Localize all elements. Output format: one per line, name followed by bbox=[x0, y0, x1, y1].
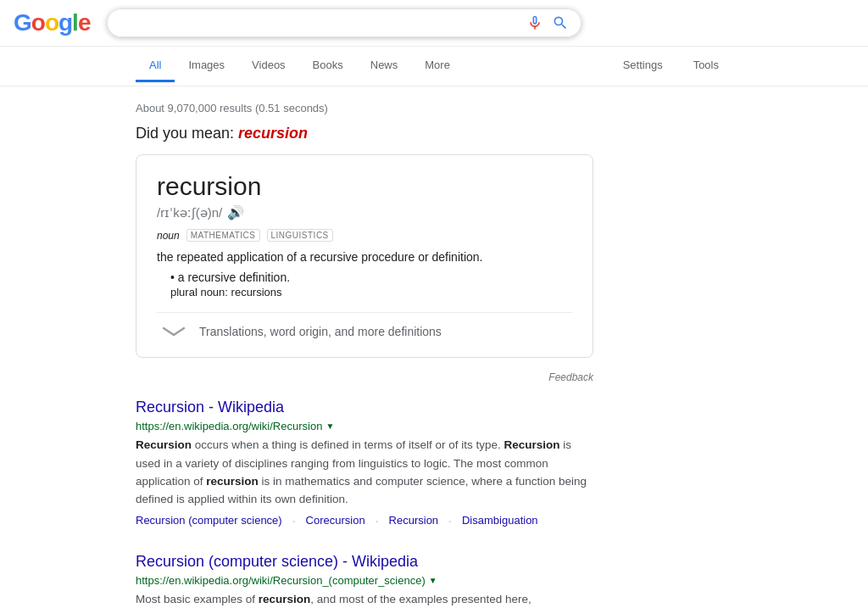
result-0-title: Recursion - Wikipedia bbox=[136, 397, 593, 418]
result-1-title: Recursion (computer science) - Wikipedia bbox=[136, 551, 593, 572]
dict-pos: noun bbox=[157, 230, 180, 242]
results-area: About 9,070,000 results (0.51 seconds) D… bbox=[0, 86, 729, 608]
dict-definition: the repeated application of a recursive … bbox=[157, 250, 572, 264]
search-bar: recursion bbox=[107, 8, 581, 37]
sitelink-0-3[interactable]: Disambiguation bbox=[462, 514, 538, 527]
snippet-0-bold-1: Recursion bbox=[504, 438, 559, 451]
feedback-link[interactable]: Feedback bbox=[136, 371, 593, 383]
snippet-0-bold-0: Recursion bbox=[136, 438, 192, 451]
snippet-0-text-1: occurs when a thing is defined in terms … bbox=[192, 438, 504, 451]
nav-tabs: All Images Videos Books News More Settin… bbox=[0, 47, 868, 86]
result-0-dropdown-icon[interactable]: ▼ bbox=[326, 421, 334, 431]
dict-pos-line: noun MATHEMATICS LINGUISTICS bbox=[157, 229, 572, 242]
result-0-sitelinks: Recursion (computer science) · Corecursi… bbox=[136, 514, 593, 527]
sitelink-sep-1: · bbox=[376, 514, 379, 527]
sitelink-0-1[interactable]: Corecursion bbox=[306, 514, 365, 527]
mic-icon[interactable] bbox=[526, 14, 543, 31]
logo-letter-g: G bbox=[14, 9, 31, 36]
sitelink-sep-2: · bbox=[448, 514, 452, 527]
result-0-snippet: Recursion occurs when a thing is defined… bbox=[136, 436, 593, 508]
logo-letter-g2: g bbox=[58, 9, 72, 36]
result-1-url: https://en.wikipedia.org/wiki/Recursion_… bbox=[136, 574, 426, 587]
did-you-mean: Did you mean: recursion bbox=[136, 125, 593, 142]
result-0-url: https://en.wikipedia.org/wiki/Recursion bbox=[136, 420, 322, 432]
dict-tag-ling: LINGUISTICS bbox=[267, 229, 333, 242]
dict-tag-math: MATHEMATICS bbox=[186, 229, 260, 242]
tab-tools[interactable]: Tools bbox=[680, 50, 732, 82]
did-you-mean-link[interactable]: recursion bbox=[238, 125, 308, 142]
nav-right: Settings Tools bbox=[609, 50, 732, 82]
snippet-1-bold-0: recursion bbox=[259, 593, 311, 605]
tab-more[interactable]: More bbox=[411, 50, 464, 82]
result-1-dropdown-icon[interactable]: ▼ bbox=[429, 576, 437, 585]
tab-videos[interactable]: Videos bbox=[238, 50, 299, 82]
tab-settings[interactable]: Settings bbox=[609, 50, 676, 82]
did-you-mean-prefix: Did you mean: bbox=[136, 125, 238, 142]
search-result-1: Recursion (computer science) - Wikipedia… bbox=[136, 551, 593, 609]
result-1-snippet: Most basic examples of recursion, and mo… bbox=[136, 590, 593, 608]
logo-letter-l: l bbox=[72, 9, 78, 36]
result-1-url-line: https://en.wikipedia.org/wiki/Recursion_… bbox=[136, 574, 593, 587]
audio-icon[interactable]: 🔊 bbox=[227, 204, 244, 220]
search-input[interactable]: recursion bbox=[120, 15, 526, 31]
google-logo[interactable]: Google bbox=[14, 9, 90, 36]
snippet-1-text-0: Most basic examples of bbox=[136, 593, 259, 605]
sitelink-0-2[interactable]: Recursion bbox=[389, 514, 439, 527]
left-tabs: All Images Videos Books News More bbox=[136, 50, 464, 82]
sitelink-sep-0: · bbox=[292, 514, 296, 527]
dict-plural-word: recursions bbox=[231, 286, 282, 298]
dict-phonetic: /rɪˈkəːʃ(ə)n/ 🔊 bbox=[157, 204, 572, 220]
logo-letter-o1: o bbox=[31, 9, 45, 36]
dict-plural: plural noun: recursions bbox=[170, 286, 572, 298]
phonetic-text: /rɪˈkəːʃ(ə)n/ bbox=[157, 205, 222, 220]
result-1-title-link[interactable]: Recursion (computer science) - Wikipedia bbox=[136, 553, 418, 570]
logo-letter-o2: o bbox=[45, 9, 58, 36]
result-0-title-link[interactable]: Recursion - Wikipedia bbox=[136, 399, 284, 416]
logo-letter-e: e bbox=[78, 9, 91, 36]
result-0-url-line: https://en.wikipedia.org/wiki/Recursion … bbox=[136, 420, 593, 432]
dict-footer[interactable]: Translations, word origin, and more defi… bbox=[157, 312, 572, 340]
dict-word: recursion bbox=[157, 172, 572, 201]
sitelink-0-0[interactable]: Recursion (computer science) bbox=[136, 514, 282, 527]
tab-news[interactable]: News bbox=[357, 50, 412, 82]
dict-example: • a recursive definition. bbox=[170, 271, 572, 284]
dict-plural-label: plural noun: bbox=[170, 286, 228, 298]
chevron-down-icon bbox=[157, 323, 191, 340]
search-icons bbox=[526, 14, 569, 31]
tab-images[interactable]: Images bbox=[175, 50, 238, 82]
dictionary-box: recursion /rɪˈkəːʃ(ə)n/ 🔊 noun MATHEMATI… bbox=[136, 154, 593, 358]
search-button-icon[interactable] bbox=[552, 14, 569, 31]
snippet-0-bold-2: recursion bbox=[206, 475, 259, 488]
results-count: About 9,070,000 results (0.51 seconds) bbox=[136, 95, 593, 125]
header: Google recursion bbox=[0, 0, 868, 47]
dict-footer-text: Translations, word origin, and more defi… bbox=[199, 325, 442, 338]
tab-all[interactable]: All bbox=[136, 50, 175, 82]
search-result-0: Recursion - Wikipedia https://en.wikiped… bbox=[136, 397, 593, 527]
tab-books[interactable]: Books bbox=[299, 50, 357, 82]
